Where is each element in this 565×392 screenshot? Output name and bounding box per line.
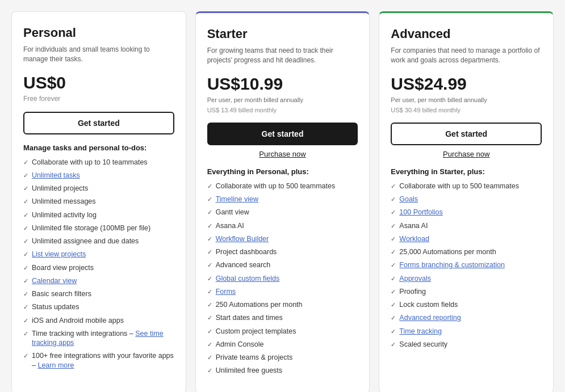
feature-text: Unlimited messages xyxy=(32,197,96,206)
list-item: ✓Board view projects xyxy=(23,263,174,272)
feature-link[interactable]: Calendar view xyxy=(32,277,77,285)
check-icon: ✓ xyxy=(207,301,212,309)
list-item: ✓Scaled security xyxy=(391,340,542,349)
feature-text: Basic search filters xyxy=(32,289,91,298)
feature-text: Calendar view xyxy=(32,276,77,285)
feature-text: List view projects xyxy=(32,250,86,259)
check-icon: ✓ xyxy=(23,290,28,298)
feature-text: Lock custom fields xyxy=(399,300,458,309)
feature-link[interactable]: Forms xyxy=(216,288,236,296)
check-icon: ✓ xyxy=(207,235,212,243)
plan-name: Starter xyxy=(207,27,358,41)
get-started-button[interactable]: Get started xyxy=(391,123,542,145)
list-item: ✓Advanced search xyxy=(207,260,358,269)
check-icon: ✓ xyxy=(23,264,28,272)
check-icon: ✓ xyxy=(391,275,396,283)
features-header: Everything in Starter, plus: xyxy=(391,167,542,176)
feature-text: Start dates and times xyxy=(216,313,283,322)
list-item: ✓Forms xyxy=(207,287,358,296)
feature-text: Unlimited tasks xyxy=(32,171,80,180)
feature-text: Custom project templates xyxy=(216,327,296,336)
feature-text: Asana AI xyxy=(216,221,244,230)
feature-link[interactable]: Forms branching & customization xyxy=(399,261,505,269)
feature-text: 100+ free integrations with your favorit… xyxy=(32,351,174,370)
list-item: ✓Start dates and times xyxy=(207,313,358,322)
plan-card-starter: StarterFor growing teams that need to tr… xyxy=(195,11,370,392)
list-item: ✓Unlimited messages xyxy=(23,197,174,206)
list-item: ✓Advanced reporting xyxy=(391,313,542,322)
feature-link[interactable]: Approvals xyxy=(399,275,431,283)
list-item: ✓Time tracking xyxy=(391,327,542,336)
features-header: Everything in Personal, plus: xyxy=(207,167,358,176)
check-icon: ✓ xyxy=(391,340,396,348)
check-icon: ✓ xyxy=(391,327,396,335)
feature-link[interactable]: Unlimited tasks xyxy=(32,171,80,179)
check-icon: ✓ xyxy=(207,182,212,190)
feature-link[interactable]: See time tracking apps xyxy=(32,330,164,347)
list-item: ✓100+ free integrations with your favori… xyxy=(23,351,174,370)
list-item: ✓Collaborate with up to 10 teammates xyxy=(23,158,174,167)
purchase-now-link[interactable]: Purchase now xyxy=(391,150,542,158)
check-icon: ✓ xyxy=(391,195,396,203)
list-item: ✓Gantt view xyxy=(207,208,358,217)
list-item: ✓Proofing xyxy=(391,287,542,296)
feature-link[interactable]: Workflow Builder xyxy=(216,235,269,243)
list-item: ✓Custom project templates xyxy=(207,327,358,336)
feature-text: Proofing xyxy=(399,287,426,296)
list-item: ✓Timeline view xyxy=(207,195,358,204)
list-item: ✓100 Portfolios xyxy=(391,208,542,217)
feature-text: Project dashboards xyxy=(216,247,277,256)
list-item: ✓Workflow Builder xyxy=(207,234,358,243)
feature-text: 100 Portfolios xyxy=(399,208,442,217)
features-header: Manage tasks and personal to-dos: xyxy=(23,144,174,152)
feature-text: Scaled security xyxy=(399,340,447,349)
check-icon: ✓ xyxy=(391,208,396,216)
check-icon: ✓ xyxy=(23,303,28,311)
feature-text: Unlimited free guests xyxy=(216,366,282,375)
feature-link[interactable]: Timeline view xyxy=(216,195,258,203)
get-started-button[interactable]: Get started xyxy=(207,123,358,145)
feature-link[interactable]: Workload xyxy=(399,235,429,243)
check-icon: ✓ xyxy=(207,288,212,296)
get-started-button[interactable]: Get started xyxy=(23,112,174,134)
check-icon: ✓ xyxy=(391,182,396,190)
feature-link[interactable]: Learn more xyxy=(37,361,74,369)
feature-text: 250 Automations per month xyxy=(216,300,303,309)
feature-link[interactable]: Global custom fields xyxy=(216,275,280,283)
check-icon: ✓ xyxy=(207,208,212,216)
purchase-now-link[interactable]: Purchase now xyxy=(207,150,358,158)
check-icon: ✓ xyxy=(23,211,28,219)
check-icon: ✓ xyxy=(207,327,212,335)
feature-link[interactable]: Advanced reporting xyxy=(399,314,461,322)
feature-text: iOS and Android mobile apps xyxy=(32,316,124,325)
list-item: ✓List view projects xyxy=(23,250,174,259)
check-icon: ✓ xyxy=(23,330,28,338)
list-item: ✓250 Automations per month xyxy=(207,300,358,309)
feature-text: Gantt view xyxy=(216,208,249,217)
list-item: ✓Unlimited file storage (100MB per file) xyxy=(23,224,174,233)
check-icon: ✓ xyxy=(207,195,212,203)
plan-price-sub2: US$ 13.49 billed monthly xyxy=(207,107,358,113)
feature-link[interactable]: Goals xyxy=(399,195,418,203)
feature-link[interactable]: 100 Portfolios xyxy=(399,208,442,216)
feature-text: Admin Console xyxy=(216,340,264,349)
feature-text: Private teams & projects xyxy=(216,353,292,362)
list-item: ✓Basic search filters xyxy=(23,289,174,298)
check-icon: ✓ xyxy=(391,314,396,322)
plan-price-free-label: Free forever xyxy=(23,95,174,103)
list-item: ✓Global custom fields xyxy=(207,274,358,283)
feature-link[interactable]: Time tracking xyxy=(399,327,442,335)
check-icon: ✓ xyxy=(23,250,28,258)
feature-text: 25,000 Automations per month xyxy=(399,247,496,256)
plan-price: US$0 xyxy=(23,73,174,92)
list-item: ✓Unlimited activity log xyxy=(23,210,174,220)
feature-text: Advanced reporting xyxy=(399,313,461,322)
check-icon: ✓ xyxy=(23,237,28,245)
check-icon: ✓ xyxy=(207,275,212,283)
check-icon: ✓ xyxy=(23,171,28,179)
feature-link[interactable]: List view projects xyxy=(32,250,86,258)
check-icon: ✓ xyxy=(391,261,396,269)
check-icon: ✓ xyxy=(391,288,396,296)
plan-name: Advanced xyxy=(391,27,542,41)
pricing-container: PersonalFor individuals and small teams … xyxy=(11,11,554,392)
